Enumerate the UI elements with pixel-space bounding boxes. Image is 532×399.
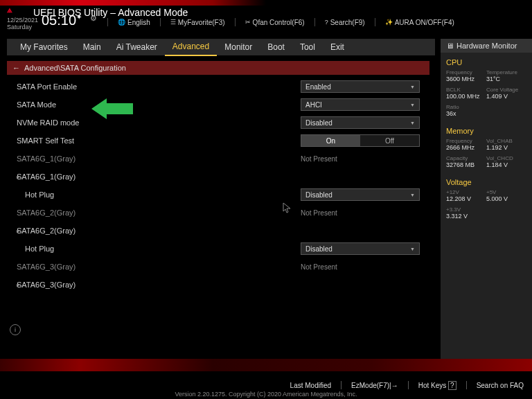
myfavorite-button[interactable]: ☰MyFavorite(F3) <box>170 18 225 26</box>
hotkeys-button[interactable]: Hot Keys ? <box>418 382 456 389</box>
tab-monitor[interactable]: Monitor <box>217 39 260 55</box>
globe-icon: 🌐 <box>118 19 125 26</box>
hw-cell: Temperature31°C <box>486 69 526 82</box>
exit-icon: |→ <box>389 382 398 389</box>
footer-bar: Last Modified EzMode(F7)|→ Hot Keys ? Se… <box>290 381 524 389</box>
setting-dropdown[interactable]: AHCI▼ <box>301 98 420 111</box>
hw-section-title: CPU <box>446 58 526 66</box>
hw-value: 31°C <box>486 76 526 82</box>
tab-advanced[interactable]: Advanced <box>165 38 217 56</box>
aura-icon: ✨ <box>385 19 393 26</box>
expand-caret-icon[interactable]: ▸ <box>17 174 19 180</box>
setting-row: SATA6G_3(Gray)Not Present <box>7 258 429 276</box>
hw-key: Vol_CHCD <box>486 155 526 161</box>
tab-my-favorites[interactable]: My Favorites <box>12 39 76 55</box>
day: Saturday <box>7 24 38 30</box>
hw-key: Core Voltage <box>486 87 526 93</box>
tab-exit[interactable]: Exit <box>323 39 352 55</box>
hw-key: Capacity <box>446 155 486 161</box>
hw-value: 3.312 V <box>446 213 486 220</box>
hw-grid: Frequency2666 MHzVol_CHAB1.192 VCapacity… <box>446 138 526 172</box>
tab-tool[interactable]: Tool <box>292 39 323 55</box>
menu-bar: My FavoritesMainAi TweakerAdvancedMonito… <box>7 39 435 55</box>
setting-dropdown[interactable]: Enabled▼ <box>301 80 420 93</box>
hw-cell: Ratio36x <box>446 104 486 117</box>
settings-gear-icon[interactable]: ⚙ <box>90 14 97 23</box>
hw-cell: Capacity32768 MB <box>446 155 486 168</box>
setting-dropdown[interactable]: Disabled▼ <box>301 188 420 201</box>
hw-value: 12.208 V <box>446 195 486 202</box>
setting-label: SATA Mode <box>17 100 301 109</box>
datetime: 12/25/2021 Saturday <box>7 17 38 30</box>
hw-cell: Core Voltage1.409 V <box>486 87 526 100</box>
hw-cell: Vol_CHCD1.184 V <box>486 155 526 168</box>
language-button[interactable]: 🌐English <box>118 18 150 26</box>
setting-label: Hot Plug <box>17 245 301 253</box>
hw-cell: +12V12.208 V <box>446 189 486 202</box>
search-faq-button[interactable]: Search on FAQ <box>477 382 524 389</box>
question-icon: ? <box>448 381 456 390</box>
hw-cell: +3.3V3.312 V <box>446 206 486 220</box>
hw-cell: +5V5.000 V <box>486 189 526 202</box>
setting-label: SMART Self Test <box>17 136 301 145</box>
setting-label: SATA Port Enable <box>17 82 301 91</box>
setting-row: Hot PlugDisabled▼ <box>7 240 429 258</box>
aura-button[interactable]: ✨AURA ON/OFF(F4) <box>385 18 454 26</box>
chevron-down-icon: ▼ <box>410 85 415 89</box>
settings-panel: SATA Port EnableEnabled▼SATA ModeAHCI▼NV… <box>7 78 429 316</box>
setting-row: SATA6G_1(Gray)Not Present <box>7 150 429 168</box>
hw-value: 1.184 V <box>486 161 526 168</box>
setting-row: SATA6G_2(Gray)Not Present <box>7 204 429 222</box>
tab-boot[interactable]: Boot <box>260 39 292 55</box>
setting-toggle[interactable]: OnOff <box>301 134 420 147</box>
hw-value: 5.000 V <box>486 195 526 202</box>
setting-label: SATA6G_3(Gray) <box>17 281 301 289</box>
hw-section-title: Voltage <box>446 178 526 186</box>
last-modified-button[interactable]: Last Modified <box>290 382 331 389</box>
setting-row: Hot PlugDisabled▼ <box>7 186 429 204</box>
chevron-down-icon: ▼ <box>410 247 415 251</box>
hw-cell: BCLK100.00 MHz <box>446 87 486 100</box>
setting-row: ▸SATA6G_1(Gray) <box>7 168 429 186</box>
qfan-button[interactable]: ✂Qfan Control(F6) <box>245 18 305 26</box>
green-highlight-arrow <box>91 98 133 121</box>
footer-red-bar <box>0 359 532 371</box>
hw-cell: Vol_CHAB1.192 V <box>486 138 526 151</box>
fan-icon: ✂ <box>245 19 251 26</box>
setting-label: NVMe RAID mode <box>17 118 301 127</box>
setting-row: ▸SATA6G_3(Gray) <box>7 276 429 294</box>
hw-header: 🖥Hardware Monitor <box>441 39 532 53</box>
expand-caret-icon[interactable]: ▸ <box>17 228 19 234</box>
setting-value: Not Present <box>301 263 337 271</box>
search-button[interactable]: ?Search(F9) <box>325 18 365 26</box>
hw-key: +3.3V <box>446 206 486 213</box>
hw-grid: Frequency3600 MHzTemperature31°CBCLK100.… <box>446 69 526 121</box>
hw-value: 36x <box>446 110 486 117</box>
monitor-icon: 🖥 <box>446 42 454 50</box>
setting-dropdown[interactable]: Disabled▼ <box>301 242 420 255</box>
hw-key: Ratio <box>446 104 486 110</box>
breadcrumb[interactable]: ← Advanced\SATA Configuration <box>7 61 429 75</box>
back-arrow-icon[interactable]: ← <box>12 64 20 72</box>
setting-label: SATA6G_2(Gray) <box>17 227 301 235</box>
setting-dropdown[interactable]: Disabled▼ <box>301 116 420 129</box>
hw-key: +12V <box>446 189 486 195</box>
bios-title: UEFI BIOS Utility – Advanced Mode <box>33 7 532 18</box>
expand-caret-icon[interactable]: ▸ <box>17 282 19 288</box>
footer: Last Modified EzMode(F7)|→ Hot Keys ? Se… <box>0 359 532 399</box>
svg-marker-0 <box>91 98 133 119</box>
top-red-bar <box>0 0 532 6</box>
breadcrumb-text: Advanced\SATA Configuration <box>24 64 126 72</box>
mouse-cursor-icon <box>283 202 294 215</box>
ezmode-button[interactable]: EzMode(F7)|→ <box>351 382 398 389</box>
setting-row: NVMe RAID modeDisabled▼ <box>7 114 429 132</box>
info-icon[interactable]: i <box>10 324 21 335</box>
hw-value: 1.192 V <box>486 144 526 151</box>
setting-row: SATA ModeAHCI▼ <box>7 96 429 114</box>
clock: 05:10✦ <box>42 12 82 28</box>
chevron-down-icon: ▼ <box>410 121 415 125</box>
tab-ai-tweaker[interactable]: Ai Tweaker <box>109 39 165 55</box>
tab-main[interactable]: Main <box>76 39 109 55</box>
chevron-down-icon: ▼ <box>410 103 415 107</box>
hw-value: 3600 MHz <box>446 76 486 82</box>
